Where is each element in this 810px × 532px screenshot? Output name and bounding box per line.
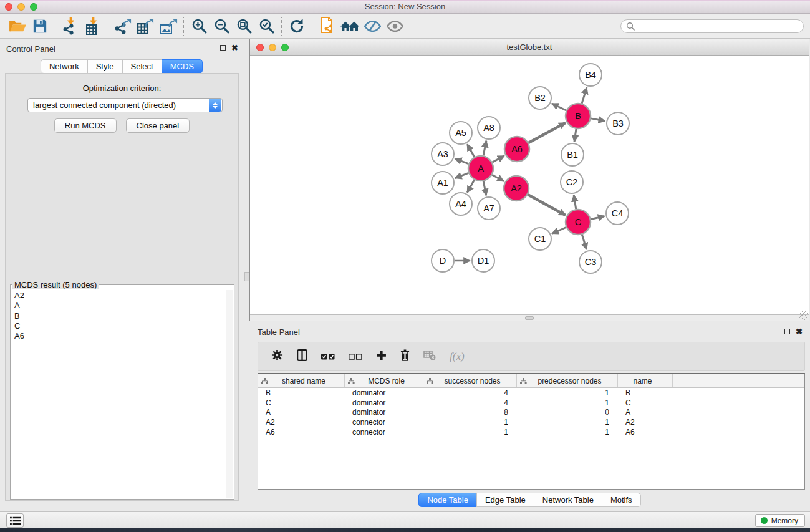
close-table-panel-icon[interactable]: ✖ xyxy=(796,328,803,335)
cell[interactable]: A6 xyxy=(258,428,345,437)
home-view-button[interactable] xyxy=(339,16,361,37)
cell[interactable]: C xyxy=(618,399,673,407)
zoom-fit-button[interactable] xyxy=(233,16,255,37)
cell[interactable]: 1 xyxy=(517,428,618,437)
edge-A-A7[interactable] xyxy=(483,181,486,196)
tab-network-table[interactable]: Network Table xyxy=(534,493,602,507)
cell[interactable]: A2 xyxy=(618,418,673,427)
cell[interactable]: dominator xyxy=(345,408,423,417)
result-scrollbar[interactable] xyxy=(226,290,233,498)
edge-A-A5[interactable] xyxy=(467,144,474,157)
cell[interactable]: 1 xyxy=(423,418,517,427)
cell[interactable]: 1 xyxy=(517,399,618,407)
column-header-MCDS-role[interactable]: MCDS role xyxy=(345,374,423,387)
task-history-button[interactable] xyxy=(6,513,24,528)
close-panel-button[interactable]: Close panel xyxy=(126,118,190,133)
table-options-button[interactable] xyxy=(271,349,283,364)
table-row[interactable]: A6connector11A6 xyxy=(258,427,804,437)
close-panel-icon[interactable]: ✖ xyxy=(231,44,238,51)
cell[interactable]: connector xyxy=(345,428,423,437)
import-table-button[interactable] xyxy=(82,16,104,37)
open-session-button[interactable] xyxy=(6,16,29,37)
cell[interactable]: 1 xyxy=(517,418,618,427)
result-item[interactable]: C xyxy=(11,321,225,331)
edge-A2-C[interactable] xyxy=(528,195,565,215)
cell[interactable]: A6 xyxy=(618,428,673,437)
memory-button[interactable]: Memory xyxy=(755,514,805,527)
tab-node-table[interactable]: Node Table xyxy=(418,493,477,507)
tab-style[interactable]: Style xyxy=(87,59,123,74)
tab-mcds[interactable]: MCDS xyxy=(162,59,203,74)
import-network-button[interactable] xyxy=(59,16,82,37)
edge-C-C1[interactable] xyxy=(552,227,566,233)
cell[interactable]: dominator xyxy=(345,389,423,397)
zoom-in-button[interactable] xyxy=(188,16,210,37)
export-image-button[interactable] xyxy=(157,16,180,37)
result-item[interactable]: A6 xyxy=(11,331,225,341)
float-panel-icon[interactable] xyxy=(220,45,226,51)
column-header-predecessor-nodes[interactable]: predecessor nodes xyxy=(517,374,618,387)
export-table-button[interactable] xyxy=(135,16,157,37)
cell[interactable]: dominator xyxy=(345,399,423,407)
hide-others-button[interactable] xyxy=(361,16,383,37)
cell[interactable]: 1 xyxy=(517,389,618,397)
cell[interactable]: A xyxy=(258,408,345,417)
cell[interactable]: A2 xyxy=(258,418,345,427)
edge-A-A8[interactable] xyxy=(483,141,486,156)
zoom-out-button[interactable] xyxy=(210,16,233,37)
refresh-layout-button[interactable] xyxy=(286,16,308,37)
cell[interactable]: 1 xyxy=(423,428,517,437)
search-field[interactable] xyxy=(620,19,804,33)
criterion-dropdown[interactable]: largest connected component (directed) xyxy=(27,98,223,112)
edge-A-A4[interactable] xyxy=(467,180,474,192)
edge-A-A3[interactable] xyxy=(455,158,469,163)
cell[interactable]: A xyxy=(618,408,673,417)
tab-select[interactable]: Select xyxy=(122,59,162,74)
cell[interactable]: C xyxy=(258,399,345,407)
save-session-button[interactable] xyxy=(29,16,51,37)
cell[interactable]: 8 xyxy=(423,408,517,417)
edge-B-B2[interactable] xyxy=(552,104,566,110)
column-header-shared-name[interactable]: shared name xyxy=(258,374,345,387)
cell[interactable]: 0 xyxy=(517,408,618,417)
network-from-file-button[interactable] xyxy=(316,16,339,37)
table-row[interactable]: Bdominator41B xyxy=(258,388,804,398)
cell[interactable]: 4 xyxy=(423,389,517,397)
edge-A-A6[interactable] xyxy=(493,156,504,162)
tab-edge-table[interactable]: Edge Table xyxy=(476,493,534,507)
edge-C-C4[interactable] xyxy=(591,216,604,220)
edge-A-A1[interactable] xyxy=(455,173,469,178)
delete-row-button[interactable] xyxy=(400,349,410,364)
cell[interactable]: B xyxy=(618,389,673,397)
column-header-name[interactable]: name xyxy=(618,374,673,387)
export-network-button[interactable] xyxy=(112,16,135,37)
edge-C-C2[interactable] xyxy=(574,195,576,210)
run-mcds-button[interactable]: Run MCDS xyxy=(54,118,117,133)
cell[interactable]: 4 xyxy=(423,399,517,407)
cell[interactable]: B xyxy=(258,389,345,397)
select-all-button[interactable] xyxy=(321,351,335,362)
show-columns-button[interactable] xyxy=(297,349,307,364)
float-table-panel-icon[interactable] xyxy=(784,329,790,334)
splitter-handle[interactable] xyxy=(244,272,249,281)
show-all-button[interactable] xyxy=(383,16,406,37)
edge-B-B4[interactable] xyxy=(582,87,587,104)
network-canvas[interactable]: B4B2BB3A8A5A6A3B1AA1C2A2A4A7C4CC1C3DD1 xyxy=(250,56,809,314)
cell[interactable]: connector xyxy=(345,418,423,427)
edge-A-A2[interactable] xyxy=(492,175,504,181)
edge-A6-B[interactable] xyxy=(528,123,565,143)
tab-motifs[interactable]: Motifs xyxy=(602,493,641,507)
edge-C-C3[interactable] xyxy=(582,235,586,249)
edge-B-B1[interactable] xyxy=(574,129,576,142)
search-input[interactable] xyxy=(635,22,798,31)
add-row-button[interactable] xyxy=(376,350,387,363)
deselect-all-button[interactable] xyxy=(349,351,362,362)
delete-table-button[interactable] xyxy=(423,351,436,363)
table-row[interactable]: A2connector11A2 xyxy=(258,417,804,427)
resize-grip[interactable] xyxy=(799,311,808,320)
zoom-selected-button[interactable] xyxy=(255,16,277,37)
result-item[interactable]: A xyxy=(11,301,225,311)
function-builder-button[interactable]: f(x) xyxy=(450,351,465,363)
tab-network[interactable]: Network xyxy=(41,59,88,74)
column-header-successor-nodes[interactable]: successor nodes xyxy=(423,374,517,387)
